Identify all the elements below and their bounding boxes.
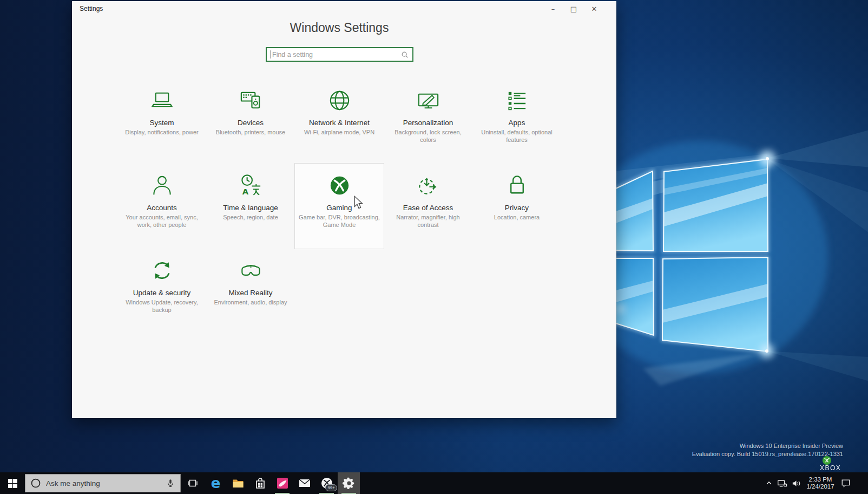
- tile-privacy[interactable]: Privacy Location, camera: [472, 164, 561, 249]
- settings-window: Settings – □ ✕ Windows Settings System D…: [72, 1, 616, 418]
- desktop: Windows 10 Enterprise Insider Preview Ev…: [0, 0, 868, 494]
- maximize-button[interactable]: □: [563, 1, 584, 17]
- network-icon: [777, 478, 787, 489]
- minimize-button[interactable]: –: [543, 1, 563, 17]
- action-center-button[interactable]: [838, 472, 854, 494]
- cortana-icon: [30, 478, 41, 489]
- tile-personalization[interactable]: Personalization Background, lock screen,…: [384, 79, 472, 164]
- tray-chevron-button[interactable]: [763, 472, 775, 494]
- personalization-icon: [384, 85, 472, 115]
- tile-mixed-reality[interactable]: Mixed Reality Environment, audio, displa…: [206, 249, 295, 334]
- settings-gear-icon: [343, 477, 356, 490]
- tile-devices[interactable]: Devices Bluetooth, printers, mouse: [206, 79, 295, 164]
- store-icon: [254, 477, 267, 490]
- globe-icon: [295, 85, 384, 115]
- ease-of-access-icon: [384, 170, 472, 200]
- taskbar-xbox-button[interactable]: 99+: [315, 472, 338, 494]
- mail-icon: [298, 477, 311, 490]
- clock-time: 2:33 PM: [803, 476, 838, 483]
- person-icon: [117, 170, 206, 200]
- search-icon: [401, 51, 409, 58]
- taskbar-paint-3d-button[interactable]: [271, 472, 293, 494]
- taskbar-edge-button[interactable]: e: [205, 472, 227, 494]
- tile-time-language[interactable]: A Time & language Speech, region, date: [206, 164, 295, 249]
- tile-network-internet[interactable]: Network & Internet Wi-Fi, airplane mode,…: [295, 79, 384, 164]
- tile-ease-of-access[interactable]: Ease of Access Narrator, magnifier, high…: [384, 164, 472, 249]
- page-title: Windows Settings: [72, 21, 607, 35]
- windows-logo-icon: [8, 479, 17, 488]
- update-icon: [117, 255, 206, 285]
- tile-update-security[interactable]: Update & security Windows Update, recove…: [117, 249, 206, 334]
- tile-apps[interactable]: Apps Uninstall, defaults, optional featu…: [472, 79, 561, 164]
- file-explorer-icon: [232, 477, 245, 490]
- taskbar-file-explorer-button[interactable]: [227, 472, 249, 494]
- cortana-search-input[interactable]: [46, 479, 161, 487]
- task-view-icon: [187, 478, 198, 489]
- apps-icon: [472, 85, 561, 115]
- paint-3d-icon: [276, 477, 289, 490]
- settings-search-input[interactable]: [272, 51, 401, 58]
- settings-search[interactable]: [266, 47, 413, 62]
- taskbar-clock[interactable]: 2:33 PM 1/24/2017: [803, 476, 838, 490]
- xbox-overlay-label: XBOX: [820, 464, 841, 472]
- task-view-button[interactable]: [181, 472, 205, 494]
- mixed-reality-icon: [206, 255, 295, 285]
- network-tray-button[interactable]: [775, 472, 789, 494]
- microphone-icon[interactable]: [166, 478, 175, 488]
- close-button[interactable]: ✕: [584, 1, 604, 17]
- text-caret: [271, 50, 271, 58]
- window-title: Settings: [80, 5, 103, 12]
- cortana-search[interactable]: [25, 474, 181, 492]
- window-controls: – □ ✕: [543, 1, 604, 17]
- taskbar-store-button[interactable]: [249, 472, 271, 494]
- settings-categories: System Display, notifications, power Dev…: [117, 79, 561, 334]
- chevron-up-icon: [765, 479, 773, 487]
- taskbar-mail-button[interactable]: [293, 472, 315, 494]
- laptop-icon: [117, 85, 206, 115]
- xbox-notification-badge: 99+: [325, 484, 337, 491]
- lock-icon: [472, 170, 561, 200]
- clock-date: 1/24/2017: [803, 483, 838, 490]
- taskbar-settings-button[interactable]: [338, 472, 360, 494]
- action-center-icon: [841, 478, 851, 488]
- taskbar-apps: e99+: [205, 472, 360, 494]
- tile-system[interactable]: System Display, notifications, power: [117, 79, 206, 164]
- edge-icon: e: [211, 477, 221, 490]
- volume-tray-button[interactable]: [789, 472, 803, 494]
- volume-icon: [791, 478, 801, 489]
- tile-accounts[interactable]: Accounts Your accounts, email, sync, wor…: [117, 164, 206, 249]
- devices-icon: [206, 85, 295, 115]
- watermark-line1: Windows 10 Enterprise Insider Preview: [692, 442, 843, 450]
- xbox-video-watermark: XBOX: [820, 456, 841, 472]
- window-titlebar[interactable]: Settings – □ ✕: [72, 1, 616, 17]
- taskbar: e99+ 2: [0, 472, 868, 494]
- svg-text:A: A: [242, 187, 248, 196]
- start-button[interactable]: [0, 472, 25, 494]
- tile-gaming[interactable]: Gaming Game bar, DVR, broadcasting, Game…: [295, 164, 384, 249]
- time-language-icon: A: [206, 170, 295, 200]
- system-tray: 2:33 PM 1/24/2017: [763, 472, 868, 494]
- xbox-icon: [295, 170, 384, 200]
- wallpaper-hero-logo: [595, 130, 868, 390]
